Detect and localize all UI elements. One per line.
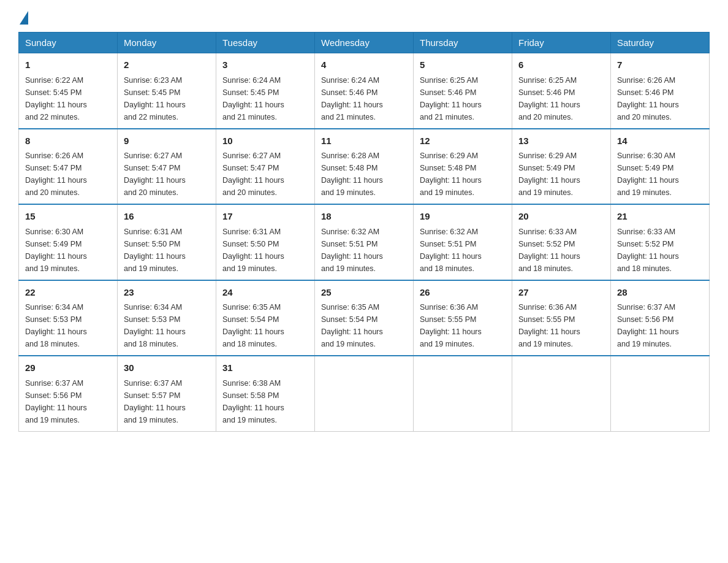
day-info: Sunrise: 6:37 AMSunset: 5:56 PMDaylight:… — [617, 301, 703, 350]
calendar-cell: 27Sunrise: 6:36 AMSunset: 5:55 PMDayligh… — [512, 280, 611, 356]
calendar-cell: 9Sunrise: 6:27 AMSunset: 5:47 PMDaylight… — [118, 129, 216, 205]
calendar-cell: 16Sunrise: 6:31 AMSunset: 5:50 PMDayligh… — [118, 204, 216, 280]
day-info: Sunrise: 6:34 AMSunset: 5:53 PMDaylight:… — [25, 301, 111, 350]
header-tuesday: Tuesday — [216, 33, 315, 53]
calendar-cell: 23Sunrise: 6:34 AMSunset: 5:53 PMDayligh… — [118, 280, 216, 356]
day-info: Sunrise: 6:37 AMSunset: 5:57 PMDaylight:… — [124, 377, 210, 426]
calendar-cell: 28Sunrise: 6:37 AMSunset: 5:56 PMDayligh… — [611, 280, 710, 356]
week-row-1: 1Sunrise: 6:22 AMSunset: 5:45 PMDaylight… — [19, 53, 710, 129]
calendar-cell: 14Sunrise: 6:30 AMSunset: 5:49 PMDayligh… — [611, 129, 710, 205]
calendar-cell: 13Sunrise: 6:29 AMSunset: 5:49 PMDayligh… — [512, 129, 611, 205]
day-number: 2 — [124, 58, 210, 72]
day-number: 19 — [420, 210, 506, 224]
calendar-cell — [611, 356, 710, 431]
day-number: 1 — [25, 58, 111, 72]
calendar-cell: 4Sunrise: 6:24 AMSunset: 5:46 PMDaylight… — [315, 53, 414, 129]
day-info: Sunrise: 6:29 AMSunset: 5:48 PMDaylight:… — [420, 150, 506, 199]
day-info: Sunrise: 6:27 AMSunset: 5:47 PMDaylight:… — [124, 150, 210, 199]
calendar-cell: 15Sunrise: 6:30 AMSunset: 5:49 PMDayligh… — [19, 204, 118, 280]
calendar-cell: 11Sunrise: 6:28 AMSunset: 5:48 PMDayligh… — [315, 129, 414, 205]
logo — [18, 12, 28, 26]
week-row-4: 22Sunrise: 6:34 AMSunset: 5:53 PMDayligh… — [19, 280, 710, 356]
day-info: Sunrise: 6:37 AMSunset: 5:56 PMDaylight:… — [25, 377, 111, 426]
day-number: 15 — [25, 210, 111, 224]
day-info: Sunrise: 6:34 AMSunset: 5:53 PMDaylight:… — [124, 301, 210, 350]
weekday-header-row: SundayMondayTuesdayWednesdayThursdayFrid… — [19, 33, 710, 53]
calendar-cell: 10Sunrise: 6:27 AMSunset: 5:47 PMDayligh… — [216, 129, 315, 205]
day-number: 23 — [124, 286, 210, 300]
day-info: Sunrise: 6:30 AMSunset: 5:49 PMDaylight:… — [617, 150, 703, 199]
logo-triangle-icon — [20, 11, 28, 25]
calendar-cell: 18Sunrise: 6:32 AMSunset: 5:51 PMDayligh… — [315, 204, 414, 280]
day-number: 6 — [518, 58, 604, 72]
calendar-cell — [512, 356, 611, 431]
day-info: Sunrise: 6:38 AMSunset: 5:58 PMDaylight:… — [222, 377, 308, 426]
day-number: 29 — [25, 361, 111, 375]
calendar-cell: 30Sunrise: 6:37 AMSunset: 5:57 PMDayligh… — [118, 356, 216, 431]
day-number: 21 — [617, 210, 703, 224]
day-number: 3 — [222, 58, 308, 72]
day-info: Sunrise: 6:35 AMSunset: 5:54 PMDaylight:… — [222, 301, 308, 350]
day-info: Sunrise: 6:36 AMSunset: 5:55 PMDaylight:… — [518, 301, 604, 350]
header-saturday: Saturday — [611, 33, 710, 53]
day-info: Sunrise: 6:26 AMSunset: 5:46 PMDaylight:… — [617, 74, 703, 123]
calendar-cell — [414, 356, 512, 431]
calendar-table: SundayMondayTuesdayWednesdayThursdayFrid… — [18, 32, 710, 432]
header-monday: Monday — [118, 33, 216, 53]
calendar-cell: 5Sunrise: 6:25 AMSunset: 5:46 PMDaylight… — [414, 53, 512, 129]
calendar-cell: 19Sunrise: 6:32 AMSunset: 5:51 PMDayligh… — [414, 204, 512, 280]
calendar-cell: 20Sunrise: 6:33 AMSunset: 5:52 PMDayligh… — [512, 204, 611, 280]
day-number: 22 — [25, 286, 111, 300]
day-info: Sunrise: 6:32 AMSunset: 5:51 PMDaylight:… — [321, 226, 407, 275]
day-number: 18 — [321, 210, 407, 224]
day-number: 30 — [124, 361, 210, 375]
day-info: Sunrise: 6:24 AMSunset: 5:46 PMDaylight:… — [321, 74, 407, 123]
header-sunday: Sunday — [19, 33, 118, 53]
day-info: Sunrise: 6:28 AMSunset: 5:48 PMDaylight:… — [321, 150, 407, 199]
calendar-cell: 21Sunrise: 6:33 AMSunset: 5:52 PMDayligh… — [611, 204, 710, 280]
day-number: 28 — [617, 286, 703, 300]
day-info: Sunrise: 6:26 AMSunset: 5:47 PMDaylight:… — [25, 150, 111, 199]
calendar-cell: 3Sunrise: 6:24 AMSunset: 5:45 PMDaylight… — [216, 53, 315, 129]
day-number: 10 — [222, 134, 308, 148]
day-info: Sunrise: 6:33 AMSunset: 5:52 PMDaylight:… — [617, 226, 703, 275]
day-number: 7 — [617, 58, 703, 72]
week-row-5: 29Sunrise: 6:37 AMSunset: 5:56 PMDayligh… — [19, 356, 710, 431]
day-number: 27 — [518, 286, 604, 300]
day-number: 4 — [321, 58, 407, 72]
day-info: Sunrise: 6:24 AMSunset: 5:45 PMDaylight:… — [222, 74, 308, 123]
day-number: 14 — [617, 134, 703, 148]
day-number: 17 — [222, 210, 308, 224]
day-number: 25 — [321, 286, 407, 300]
day-info: Sunrise: 6:30 AMSunset: 5:49 PMDaylight:… — [25, 226, 111, 275]
header-thursday: Thursday — [414, 33, 512, 53]
calendar-cell: 17Sunrise: 6:31 AMSunset: 5:50 PMDayligh… — [216, 204, 315, 280]
day-info: Sunrise: 6:32 AMSunset: 5:51 PMDaylight:… — [420, 226, 506, 275]
calendar-cell: 8Sunrise: 6:26 AMSunset: 5:47 PMDaylight… — [19, 129, 118, 205]
calendar-cell: 22Sunrise: 6:34 AMSunset: 5:53 PMDayligh… — [19, 280, 118, 356]
calendar-cell: 25Sunrise: 6:35 AMSunset: 5:54 PMDayligh… — [315, 280, 414, 356]
calendar-cell: 1Sunrise: 6:22 AMSunset: 5:45 PMDaylight… — [19, 53, 118, 129]
day-info: Sunrise: 6:33 AMSunset: 5:52 PMDaylight:… — [518, 226, 604, 275]
calendar-cell: 2Sunrise: 6:23 AMSunset: 5:45 PMDaylight… — [118, 53, 216, 129]
calendar-cell: 6Sunrise: 6:25 AMSunset: 5:46 PMDaylight… — [512, 53, 611, 129]
day-info: Sunrise: 6:25 AMSunset: 5:46 PMDaylight:… — [420, 74, 506, 123]
header-friday: Friday — [512, 33, 611, 53]
calendar-cell — [315, 356, 414, 431]
day-number: 26 — [420, 286, 506, 300]
day-number: 8 — [25, 134, 111, 148]
calendar-cell: 24Sunrise: 6:35 AMSunset: 5:54 PMDayligh… — [216, 280, 315, 356]
day-number: 16 — [124, 210, 210, 224]
day-number: 31 — [222, 361, 308, 375]
day-info: Sunrise: 6:29 AMSunset: 5:49 PMDaylight:… — [518, 150, 604, 199]
calendar-cell: 31Sunrise: 6:38 AMSunset: 5:58 PMDayligh… — [216, 356, 315, 431]
day-info: Sunrise: 6:22 AMSunset: 5:45 PMDaylight:… — [25, 74, 111, 123]
day-number: 11 — [321, 134, 407, 148]
day-number: 12 — [420, 134, 506, 148]
header-wednesday: Wednesday — [315, 33, 414, 53]
day-info: Sunrise: 6:25 AMSunset: 5:46 PMDaylight:… — [518, 74, 604, 123]
day-info: Sunrise: 6:23 AMSunset: 5:45 PMDaylight:… — [124, 74, 210, 123]
day-info: Sunrise: 6:31 AMSunset: 5:50 PMDaylight:… — [124, 226, 210, 275]
calendar-cell: 7Sunrise: 6:26 AMSunset: 5:46 PMDaylight… — [611, 53, 710, 129]
day-info: Sunrise: 6:31 AMSunset: 5:50 PMDaylight:… — [222, 226, 308, 275]
